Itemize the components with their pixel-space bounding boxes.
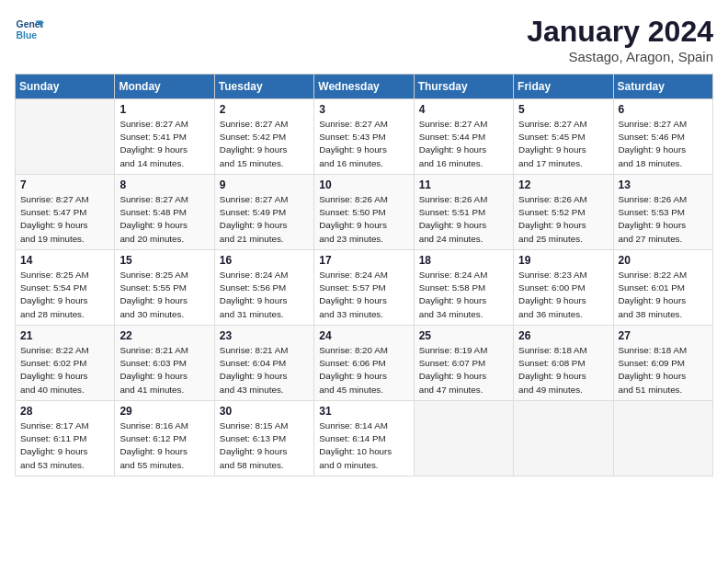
calendar-cell: 28Sunrise: 8:17 AM Sunset: 6:11 PM Dayli…: [16, 401, 115, 477]
calendar-cell: 2Sunrise: 8:27 AM Sunset: 5:42 PM Daylig…: [214, 99, 313, 175]
main-container: General Blue January 2024 Sastago, Arago…: [0, 0, 728, 484]
calendar-week-row: 7Sunrise: 8:27 AM Sunset: 5:47 PM Daylig…: [16, 175, 713, 250]
weekday-header-monday: Monday: [115, 75, 214, 99]
weekday-header-saturday: Saturday: [613, 75, 712, 99]
calendar-cell: 10Sunrise: 8:26 AM Sunset: 5:50 PM Dayli…: [314, 175, 414, 250]
calendar-cell: 8Sunrise: 8:27 AM Sunset: 5:48 PM Daylig…: [115, 175, 214, 250]
day-number: 25: [419, 329, 509, 342]
calendar-cell: 5Sunrise: 8:27 AM Sunset: 5:45 PM Daylig…: [514, 99, 613, 175]
calendar-cell: 21Sunrise: 8:22 AM Sunset: 6:02 PM Dayli…: [16, 326, 115, 401]
weekday-header-thursday: Thursday: [414, 75, 513, 99]
day-info: Sunrise: 8:23 AM Sunset: 6:00 PM Dayligh…: [518, 269, 609, 321]
day-info: Sunrise: 8:16 AM Sunset: 6:12 PM Dayligh…: [119, 419, 210, 472]
header: General Blue January 2024 Sastago, Arago…: [15, 15, 713, 64]
calendar-cell: 14Sunrise: 8:25 AM Sunset: 5:54 PM Dayli…: [16, 250, 115, 326]
day-info: Sunrise: 8:27 AM Sunset: 5:48 PM Dayligh…: [119, 193, 210, 246]
calendar-cell: 17Sunrise: 8:24 AM Sunset: 5:57 PM Dayli…: [314, 250, 414, 326]
calendar-cell: 9Sunrise: 8:27 AM Sunset: 5:49 PM Daylig…: [214, 175, 313, 250]
day-info: Sunrise: 8:21 AM Sunset: 6:04 PM Dayligh…: [220, 344, 310, 396]
day-number: 22: [119, 329, 210, 342]
day-number: 1: [119, 103, 210, 116]
weekday-header-wednesday: Wednesday: [314, 75, 414, 99]
calendar-cell: 29Sunrise: 8:16 AM Sunset: 6:12 PM Dayli…: [115, 401, 214, 477]
day-number: 26: [518, 329, 609, 342]
day-number: 17: [319, 254, 409, 267]
calendar-cell: 12Sunrise: 8:26 AM Sunset: 5:52 PM Dayli…: [514, 175, 613, 250]
calendar-cell: 13Sunrise: 8:26 AM Sunset: 5:53 PM Dayli…: [613, 175, 712, 250]
calendar-week-row: 14Sunrise: 8:25 AM Sunset: 5:54 PM Dayli…: [16, 250, 713, 326]
day-info: Sunrise: 8:24 AM Sunset: 5:58 PM Dayligh…: [419, 269, 509, 321]
calendar-week-row: 1Sunrise: 8:27 AM Sunset: 5:41 PM Daylig…: [16, 99, 713, 175]
day-number: 4: [419, 103, 509, 116]
day-number: 27: [619, 329, 709, 342]
day-info: Sunrise: 8:22 AM Sunset: 6:01 PM Dayligh…: [619, 269, 709, 321]
svg-text:Blue: Blue: [17, 30, 38, 40]
day-number: 24: [319, 329, 409, 342]
day-number: 23: [220, 329, 310, 342]
day-number: 28: [20, 405, 110, 418]
day-info: Sunrise: 8:18 AM Sunset: 6:09 PM Dayligh…: [619, 344, 709, 396]
day-number: 13: [619, 178, 709, 191]
day-info: Sunrise: 8:14 AM Sunset: 6:14 PM Dayligh…: [319, 419, 409, 472]
day-info: Sunrise: 8:25 AM Sunset: 5:55 PM Dayligh…: [119, 269, 210, 321]
logo: General Blue: [15, 15, 44, 44]
calendar-cell: [16, 99, 115, 175]
calendar-cell: [613, 401, 712, 477]
weekday-header-friday: Friday: [514, 75, 613, 99]
day-number: 15: [119, 254, 210, 267]
calendar-week-row: 21Sunrise: 8:22 AM Sunset: 6:02 PM Dayli…: [16, 326, 713, 401]
day-info: Sunrise: 8:15 AM Sunset: 6:13 PM Dayligh…: [220, 419, 310, 472]
day-info: Sunrise: 8:27 AM Sunset: 5:43 PM Dayligh…: [319, 118, 409, 170]
calendar-cell: [414, 401, 513, 477]
calendar-cell: 20Sunrise: 8:22 AM Sunset: 6:01 PM Dayli…: [613, 250, 712, 326]
calendar-cell: 19Sunrise: 8:23 AM Sunset: 6:00 PM Dayli…: [514, 250, 613, 326]
calendar-cell: 15Sunrise: 8:25 AM Sunset: 5:55 PM Dayli…: [115, 250, 214, 326]
day-info: Sunrise: 8:26 AM Sunset: 5:51 PM Dayligh…: [419, 193, 509, 246]
logo-icon: General Blue: [15, 15, 44, 44]
calendar-cell: 3Sunrise: 8:27 AM Sunset: 5:43 PM Daylig…: [314, 99, 414, 175]
day-number: 18: [419, 254, 509, 267]
weekday-header-tuesday: Tuesday: [214, 75, 313, 99]
day-info: Sunrise: 8:26 AM Sunset: 5:52 PM Dayligh…: [518, 193, 609, 246]
calendar-cell: 7Sunrise: 8:27 AM Sunset: 5:47 PM Daylig…: [16, 175, 115, 250]
day-number: 20: [619, 254, 709, 267]
day-number: 29: [119, 405, 210, 418]
day-number: 9: [220, 178, 310, 191]
day-info: Sunrise: 8:27 AM Sunset: 5:41 PM Dayligh…: [119, 118, 210, 170]
day-info: Sunrise: 8:19 AM Sunset: 6:07 PM Dayligh…: [419, 344, 509, 396]
location-subtitle: Sastago, Aragon, Spain: [527, 49, 713, 64]
month-title: January 2024: [527, 15, 713, 49]
day-number: 12: [518, 178, 609, 191]
day-info: Sunrise: 8:18 AM Sunset: 6:08 PM Dayligh…: [518, 344, 609, 396]
calendar-cell: 27Sunrise: 8:18 AM Sunset: 6:09 PM Dayli…: [613, 326, 712, 401]
title-area: January 2024 Sastago, Aragon, Spain: [527, 15, 713, 64]
day-number: 21: [20, 329, 110, 342]
day-number: 2: [220, 103, 310, 116]
calendar-cell: 16Sunrise: 8:24 AM Sunset: 5:56 PM Dayli…: [214, 250, 313, 326]
day-number: 8: [119, 178, 210, 191]
day-info: Sunrise: 8:26 AM Sunset: 5:50 PM Dayligh…: [319, 193, 409, 246]
day-info: Sunrise: 8:27 AM Sunset: 5:49 PM Dayligh…: [220, 193, 310, 246]
day-info: Sunrise: 8:21 AM Sunset: 6:03 PM Dayligh…: [119, 344, 210, 396]
day-info: Sunrise: 8:25 AM Sunset: 5:54 PM Dayligh…: [20, 269, 110, 321]
day-info: Sunrise: 8:27 AM Sunset: 5:47 PM Dayligh…: [20, 193, 110, 246]
day-info: Sunrise: 8:24 AM Sunset: 5:57 PM Dayligh…: [319, 269, 409, 321]
calendar-cell: 26Sunrise: 8:18 AM Sunset: 6:08 PM Dayli…: [514, 326, 613, 401]
day-number: 5: [518, 103, 609, 116]
calendar-table: SundayMondayTuesdayWednesdayThursdayFrid…: [15, 74, 713, 477]
day-info: Sunrise: 8:27 AM Sunset: 5:44 PM Dayligh…: [419, 118, 509, 170]
calendar-cell: 11Sunrise: 8:26 AM Sunset: 5:51 PM Dayli…: [414, 175, 513, 250]
day-number: 10: [319, 178, 409, 191]
calendar-week-row: 28Sunrise: 8:17 AM Sunset: 6:11 PM Dayli…: [16, 401, 713, 477]
day-info: Sunrise: 8:22 AM Sunset: 6:02 PM Dayligh…: [20, 344, 110, 396]
day-number: 3: [319, 103, 409, 116]
calendar-cell: 23Sunrise: 8:21 AM Sunset: 6:04 PM Dayli…: [214, 326, 313, 401]
day-number: 14: [20, 254, 110, 267]
day-info: Sunrise: 8:27 AM Sunset: 5:46 PM Dayligh…: [619, 118, 709, 170]
day-info: Sunrise: 8:26 AM Sunset: 5:53 PM Dayligh…: [619, 193, 709, 246]
day-info: Sunrise: 8:17 AM Sunset: 6:11 PM Dayligh…: [20, 419, 110, 472]
calendar-cell: 18Sunrise: 8:24 AM Sunset: 5:58 PM Dayli…: [414, 250, 513, 326]
day-number: 31: [319, 405, 409, 418]
day-number: 19: [518, 254, 609, 267]
day-info: Sunrise: 8:20 AM Sunset: 6:06 PM Dayligh…: [319, 344, 409, 396]
